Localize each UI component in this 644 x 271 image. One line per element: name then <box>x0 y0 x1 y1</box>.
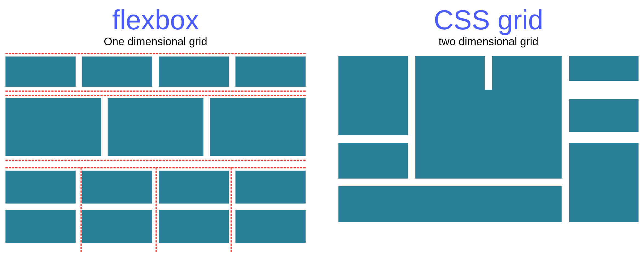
flex-row2-top-guide <box>5 95 306 96</box>
grid-item <box>492 56 562 92</box>
flex-item <box>5 98 101 156</box>
flex-row1-bottom-guide <box>5 91 306 92</box>
flexbox-title: flexbox <box>5 5 306 34</box>
flex-item <box>235 210 306 243</box>
flex-item <box>108 98 203 156</box>
flex-item <box>5 57 76 87</box>
cssgrid-title: CSS grid <box>338 5 639 34</box>
flex-row1-top-guide <box>5 53 306 54</box>
grid-item <box>338 143 408 179</box>
flex-item <box>159 210 229 243</box>
flex-item <box>235 171 306 204</box>
grid-item <box>569 99 639 131</box>
flex-item <box>82 210 152 243</box>
grid-item <box>569 56 639 81</box>
flexbox-panel: flexbox One dimensional grid <box>5 5 306 266</box>
flexbox-subtitle: One dimensional grid <box>5 35 306 48</box>
flex-item <box>5 210 76 243</box>
grid-item <box>415 90 562 179</box>
flex-item <box>82 57 152 87</box>
flex-item <box>159 171 229 204</box>
grid-item <box>338 186 562 222</box>
flex-item <box>210 98 306 156</box>
grid-item <box>415 56 485 92</box>
flex-item <box>5 171 76 204</box>
flex-row2-bottom-guide <box>5 160 306 161</box>
flex-item <box>159 57 229 87</box>
cssgrid-panel: CSS grid two dimensional grid <box>338 5 639 266</box>
flex-col-guide-1 <box>81 167 82 252</box>
grid-item <box>569 143 639 222</box>
flexbox-diagram <box>5 53 306 266</box>
flex-item <box>82 171 152 204</box>
flex-row-2 <box>5 98 306 156</box>
flex-col-guide-3 <box>231 167 232 252</box>
grid-item <box>338 56 408 135</box>
flex-row-1 <box>5 57 306 87</box>
cssgrid-subtitle: two dimensional grid <box>338 35 639 48</box>
flex-col-guide-2 <box>156 167 157 252</box>
flex-item <box>235 57 306 87</box>
css-grid-diagram <box>338 56 639 266</box>
